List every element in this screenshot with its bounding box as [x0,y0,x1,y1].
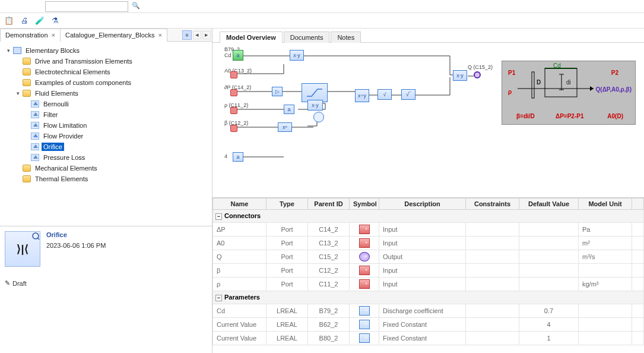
cell: Input [379,223,466,237]
table-row[interactable]: A0PortC13_2Inputm² [213,237,644,250]
cell: C13_2 [308,237,350,250]
diagram-canvas[interactable]: B79_2 Cd 0.7 a x·y A0 (C13_2) ∂P (C14_2)… [212,43,644,197]
svg-line-1 [37,238,39,239]
param-icon [359,333,370,343]
col-name[interactable]: Name [213,198,267,210]
cell [519,250,579,264]
table-row[interactable]: CdLREALB79_2Discharge coefficient0.7 [213,304,644,318]
col-symbol[interactable]: Symbol [350,198,379,210]
port-in-rho[interactable] [230,107,237,114]
cell: Input [379,264,466,278]
cell [519,223,579,237]
cell [579,318,632,332]
divide-block[interactable]: x÷y [355,89,369,102]
cell: Output [379,250,466,264]
expand-icon[interactable] [14,90,21,97]
view-toggle-icon[interactable]: ≡ [182,30,192,40]
new-icon[interactable]: 📋 [4,15,14,26]
tab-documents[interactable]: Documents [284,31,330,43]
search-input[interactable] [45,1,128,12]
schem-beta-eq: β=di/D [516,113,535,119]
col-unit[interactable]: Model Unit [579,198,632,210]
table-row[interactable]: ΔPPortC14_2InputPa [213,223,644,237]
block-icon [31,122,39,129]
cell: Port [267,223,308,237]
tab-notes[interactable]: Notes [331,31,361,43]
flask-icon[interactable]: ⚗ [50,15,61,26]
param-icon [359,306,370,316]
sqrt-block[interactable]: √ [377,89,392,100]
tree-item-label[interactable]: Flow Limitation [42,121,88,130]
properties-table[interactable]: Name Type Parent ID Symbol Description C… [212,197,644,353]
cell [632,332,644,345]
power-block[interactable]: xⁿ [278,122,292,132]
tree-item-label[interactable]: Fluid Elements [33,89,80,97]
cell [632,318,644,332]
next-tab-icon[interactable]: ▸ [202,31,211,39]
port-in-a0[interactable] [230,71,237,78]
port-in-dp[interactable] [230,89,237,96]
cell: m² [579,237,632,250]
doc-tab-catalogue[interactable]: Catalogue_Elementary_Blocks × [60,29,167,42]
tree-item-label[interactable]: Orifice [42,143,64,151]
col-constraints[interactable]: Constraints [466,198,519,210]
port-in-icon [359,279,370,289]
four-label: 4 [224,153,227,159]
tree-item-label[interactable]: Bernoulli [42,100,71,108]
cell [519,264,579,278]
mult-block[interactable]: x·y [290,50,304,61]
const-a-block[interactable]: a [284,105,294,114]
sum-block[interactable]: x·y [307,100,323,111]
port-in-beta[interactable] [230,125,237,132]
prev-tab-icon[interactable]: ◂ [193,31,201,39]
constant-4-block[interactable]: a [233,152,243,162]
tab-model-overview[interactable]: Model Overview [220,31,283,43]
gain-block[interactable]: ▷ [272,87,283,96]
search-icon[interactable]: 🔍 [132,2,141,11]
block-icon [31,100,39,108]
tree-item-label[interactable]: Mechanical Elements [33,164,99,172]
cell: Port [267,264,308,278]
print-icon[interactable]: 🖨 [19,15,30,26]
close-icon[interactable]: × [158,31,161,39]
sum-circle-block[interactable] [313,112,324,122]
tree-item-label[interactable]: Pressure Loss [42,153,87,162]
constant-block[interactable]: a [233,50,243,61]
doc-tab-demonstration[interactable]: Demonstration × [0,29,61,42]
group-header[interactable]: −Parameters [213,291,644,304]
col-pid[interactable]: Parent ID [308,198,350,210]
tree-view[interactable]: Elementary Blocks Drive and Transmission… [0,42,212,226]
table-row[interactable]: βPortC12_2Input [213,264,644,278]
tree-item-label[interactable]: Filter [42,111,59,119]
tree-item-label[interactable]: Electrotechnical Elements [33,68,112,76]
port-in-icon [359,225,370,234]
table-row[interactable]: ρPortC11_2Inputkg/m³ [213,278,644,291]
cell: Input [379,278,466,291]
mult-block-out[interactable]: x·y [453,70,467,81]
group-header[interactable]: −Connectors [213,210,644,223]
tree-root-label[interactable]: Elementary Blocks [24,46,81,55]
cell: B79_2 [308,304,350,318]
block-icon [31,154,39,161]
sqrt-block-2[interactable]: √‾ [401,89,415,100]
expand-icon[interactable] [5,47,12,54]
filter-icon[interactable]: 🧪 [34,15,45,26]
tree-item-label[interactable]: Drive and Transmission Elements [33,57,134,65]
folder-icon [23,68,31,75]
preview-thumbnail[interactable]: ⟩|⟨ [5,231,40,267]
close-icon[interactable]: × [52,31,55,39]
col-type[interactable]: Type [267,198,308,210]
schem-a0-eq: A0(D) [607,113,623,119]
tree-item-label[interactable]: Flow Provider [42,132,85,140]
tree-item-label[interactable]: Thermal Elements [33,175,90,183]
table-row[interactable]: Current ValueLREALB62_2Fixed Constant4 [213,318,644,332]
col-default[interactable]: Default Value [519,198,579,210]
folder-icon [23,58,31,65]
col-desc[interactable]: Description [379,198,466,210]
cell: Discharge coefficient [379,304,466,318]
preview-title[interactable]: Orifice [46,231,67,238]
table-row[interactable]: Current ValueLREALB80_2Fixed Constant1 [213,332,644,345]
port-out-q[interactable] [474,71,481,78]
table-row[interactable]: QPortC15_2Outputm³/s [213,250,644,264]
tree-item-label[interactable]: Examples of custom components [33,78,133,87]
